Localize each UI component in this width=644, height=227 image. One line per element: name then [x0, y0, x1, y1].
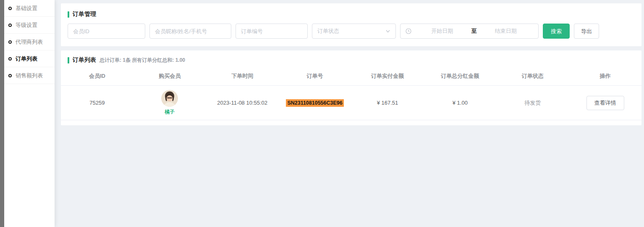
sidebar-item-level-settings[interactable]: 等级设置	[4, 17, 55, 34]
order-no-highlighted: SN23110810556C3E96	[286, 99, 343, 107]
cell-order-status: 待发货	[496, 99, 569, 107]
title-accent-bar	[68, 57, 69, 63]
cell-actions: 查看详情	[569, 96, 641, 110]
search-button[interactable]: 搜索	[543, 24, 570, 39]
cell-paid-amount: ¥ 167.51	[351, 100, 424, 106]
sidebar-item-label: 代理商列表	[16, 38, 43, 46]
orders-table: 会员ID 购买会员 下单时间 订单号 订单实付金额 订单总分红金额 订单状态 操…	[61, 66, 641, 120]
cell-order-time: 2023-11-08 10:55:02	[206, 100, 279, 106]
avatar	[161, 90, 178, 107]
sidebar-item-label: 等级设置	[16, 21, 37, 29]
col-header-buyer: 购买会员	[134, 72, 206, 80]
cell-buyer: 橘子	[134, 87, 206, 118]
sidebar-item-order-list[interactable]: 订单列表	[4, 50, 55, 67]
circle-icon	[8, 40, 12, 44]
date-separator: 至	[470, 27, 479, 35]
start-date-placeholder[interactable]: 开始日期	[415, 27, 470, 35]
list-section-title: 订单列表 总计订单: 1条 所有订单分红总和: 1.00	[61, 56, 641, 64]
circle-icon	[8, 7, 12, 10]
title-accent-bar	[68, 11, 69, 18]
filter-row: 订单状态 开始日期 至 结束日期 搜索 导出	[68, 24, 635, 39]
date-range-picker[interactable]: 开始日期 至 结束日期	[400, 24, 539, 39]
clock-icon	[406, 28, 411, 34]
export-button[interactable]: 导出	[574, 24, 599, 39]
col-header-actions: 操作	[569, 72, 641, 80]
member-info-input[interactable]	[149, 24, 231, 39]
order-status-placeholder: 订单状态	[317, 27, 385, 35]
cell-member-id: 75259	[61, 100, 134, 106]
col-header-order-time: 下单时间	[206, 72, 279, 80]
list-summary: 总计订单: 1条 所有订单分红总和: 1.00	[99, 57, 185, 64]
main-content: 订单管理 订单状态 开始日期 至 结束日期 搜索 导出	[55, 0, 644, 227]
sidebar-item-label: 销售额列表	[16, 72, 43, 79]
cell-order-no: SN23110810556C3E96	[279, 99, 351, 107]
col-header-paid-amount: 订单实付金额	[351, 72, 424, 80]
member-id-input[interactable]	[68, 24, 145, 39]
sidebar-item-basic-settings[interactable]: 基础设置	[4, 0, 55, 17]
end-date-placeholder[interactable]: 结束日期	[479, 27, 534, 35]
circle-icon	[8, 74, 12, 77]
table-row: 75259	[61, 86, 641, 120]
collapsed-nav-strip	[0, 0, 4, 227]
col-header-status: 订单状态	[496, 72, 569, 80]
filter-title-text: 订单管理	[73, 11, 96, 18]
col-header-commission: 订单总分红金额	[424, 72, 496, 80]
order-list-card: 订单列表 总计订单: 1条 所有订单分红总和: 1.00 会员ID 购买会员 下…	[61, 50, 641, 125]
cell-commission-amount: ¥ 1.00	[424, 100, 496, 106]
sidebar-item-label: 基础设置	[16, 5, 37, 12]
order-status-select[interactable]: 订单状态	[312, 24, 396, 39]
view-detail-button[interactable]: 查看详情	[586, 96, 624, 110]
table-header-row: 会员ID 购买会员 下单时间 订单号 订单实付金额 订单总分红金额 订单状态 操…	[61, 66, 641, 86]
sidebar-item-agent-list[interactable]: 代理商列表	[4, 34, 55, 50]
circle-icon	[8, 24, 12, 27]
sidebar: 基础设置 等级设置 代理商列表 订单列表 销售额列表	[4, 0, 55, 227]
sidebar-item-label: 订单列表	[16, 55, 37, 63]
buyer-nickname[interactable]: 橘子	[165, 108, 175, 116]
circle-icon	[8, 57, 12, 61]
sidebar-item-sales-list[interactable]: 销售额列表	[4, 67, 55, 84]
filter-section-title: 订单管理	[68, 11, 635, 18]
chevron-down-icon	[385, 29, 390, 34]
col-header-order-no: 订单号	[279, 72, 351, 80]
order-no-input[interactable]	[236, 24, 308, 39]
col-header-member-id: 会员ID	[61, 72, 134, 80]
order-filter-card: 订单管理 订单状态 开始日期 至 结束日期 搜索 导出	[61, 3, 641, 46]
list-title-text: 订单列表	[73, 56, 96, 64]
